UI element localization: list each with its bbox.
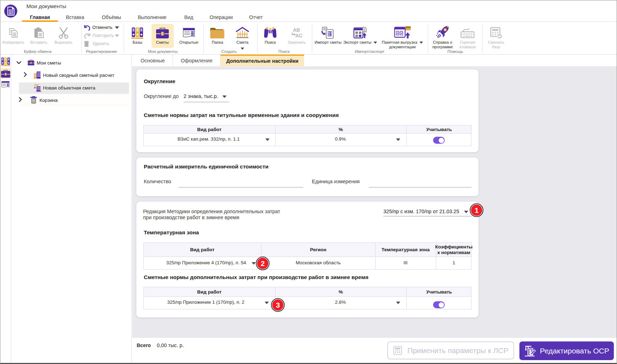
svg-text:AB: AB [293,27,300,33]
svg-text:AC: AC [295,33,302,38]
